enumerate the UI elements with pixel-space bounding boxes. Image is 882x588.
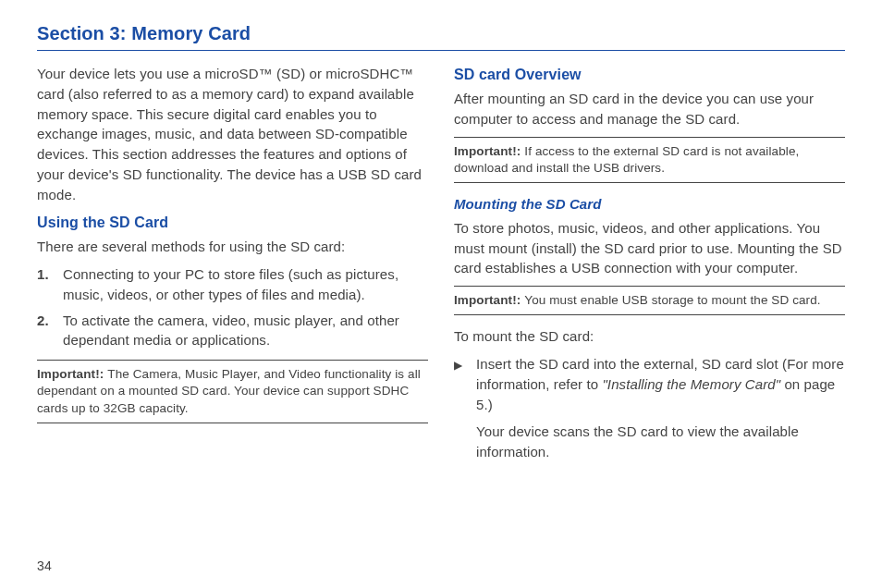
cross-reference: "Installing the Memory Card"	[602, 376, 780, 392]
step-result: Your device scans the SD card to view th…	[476, 422, 845, 462]
mount-intro: To mount the SD card:	[454, 326, 845, 347]
left-column: Your device lets you use a microSD™ (SD)…	[37, 64, 428, 475]
page-number: 34	[37, 557, 52, 575]
bullet-text: Insert the SD card into the external, SD…	[476, 354, 845, 470]
important-note: Important!:You must enable USB storage t…	[454, 286, 845, 315]
two-column-layout: Your device lets you use a microSD™ (SD)…	[37, 64, 845, 475]
important-note: Important!:The Camera, Music Player, and…	[37, 360, 428, 423]
list-item: 2. To activate the camera, video, music …	[57, 311, 428, 351]
important-label: Important!:	[37, 366, 104, 383]
list-number: 1.	[37, 264, 49, 285]
mounting-heading: Mounting the SD Card	[454, 194, 845, 214]
important-note: Important!:If access to the external SD …	[454, 137, 845, 183]
right-column: SD card Overview After mounting an SD ca…	[454, 64, 845, 475]
overview-heading: SD card Overview	[454, 64, 845, 85]
bullet-step: ▶ Insert the SD card into the external, …	[454, 354, 845, 470]
using-sd-heading: Using the SD Card	[37, 212, 428, 233]
list-text: To activate the camera, video, music pla…	[63, 312, 399, 349]
intro-paragraph: Your device lets you use a microSD™ (SD)…	[37, 64, 428, 204]
list-number: 2.	[37, 311, 49, 331]
list-text: Connecting to your PC to store files (su…	[63, 266, 398, 302]
important-label: Important!:	[454, 143, 521, 160]
using-sd-intro: There are several methods for using the …	[37, 237, 428, 257]
mounting-text: To store photos, music, videos, and othe…	[454, 218, 845, 278]
overview-text: After mounting an SD card in the device …	[454, 89, 845, 129]
section-title: Section 3: Memory Card	[37, 20, 845, 51]
important-text: You must enable USB storage to mount the…	[524, 293, 820, 307]
list-item: 1. Connecting to your PC to store files …	[57, 264, 428, 305]
using-sd-list: 1. Connecting to your PC to store files …	[37, 264, 428, 350]
important-label: Important!:	[454, 292, 521, 309]
triangle-bullet-icon: ▶	[454, 354, 476, 470]
